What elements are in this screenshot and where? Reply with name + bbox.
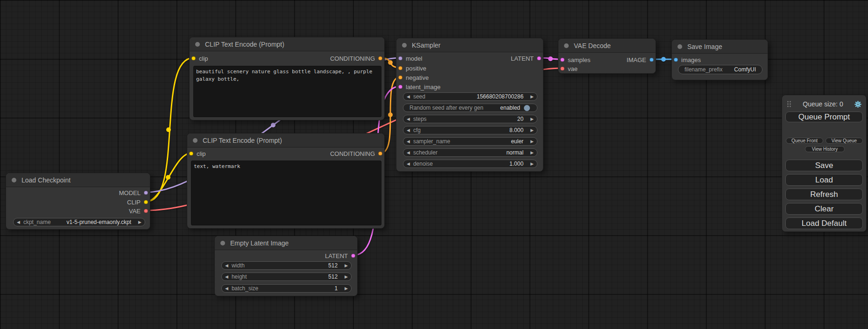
node-title-bar[interactable]: CLIP Text Encode (Prompt) bbox=[187, 133, 384, 147]
node-title-bar[interactable]: KSampler bbox=[396, 38, 543, 52]
scheduler-widget[interactable]: ◀ scheduler normal ▶ bbox=[403, 148, 537, 157]
model-input-slot[interactable] bbox=[398, 56, 402, 61]
refresh-button[interactable]: Refresh bbox=[785, 189, 863, 200]
width-widget[interactable]: ◀ width 512 ▶ bbox=[221, 261, 352, 270]
slot-label: images bbox=[681, 56, 701, 63]
clip-output-slot[interactable] bbox=[144, 200, 148, 204]
view-queue-button[interactable]: View Queue bbox=[826, 138, 863, 144]
increment-arrow-icon[interactable]: ▶ bbox=[341, 274, 351, 279]
filename-prefix-widget[interactable]: filename_prefix ComfyUI bbox=[678, 65, 762, 74]
collapse-dot-icon[interactable] bbox=[12, 178, 16, 182]
steps-widget[interactable]: ◀ steps 20 ▶ bbox=[403, 115, 537, 123]
increment-arrow-icon[interactable]: ▶ bbox=[341, 263, 351, 268]
slot-label: CONDITIONING bbox=[330, 150, 375, 157]
drag-handle-icon[interactable] bbox=[787, 100, 791, 108]
increment-arrow-icon[interactable]: ▶ bbox=[341, 286, 351, 291]
node-clip-text-encode-positive[interactable]: CLIP Text Encode (Prompt) clip CONDITION… bbox=[189, 37, 385, 120]
decrement-arrow-icon[interactable]: ◀ bbox=[403, 117, 413, 121]
clear-button[interactable]: Clear bbox=[785, 203, 863, 215]
vae-output-slot[interactable] bbox=[144, 209, 148, 213]
images-input-slot[interactable] bbox=[674, 58, 678, 62]
vae-input-slot[interactable] bbox=[560, 67, 565, 71]
conditioning-output-slot[interactable] bbox=[378, 56, 382, 61]
node-empty-latent-image[interactable]: Empty Latent Image LATENT ◀ width 512 ▶ … bbox=[214, 236, 358, 296]
node-clip-text-encode-negative[interactable]: CLIP Text Encode (Prompt) clip CONDITION… bbox=[187, 133, 385, 229]
latent-output-slot[interactable] bbox=[351, 254, 355, 258]
queue-size-label: Queue size: 0 bbox=[791, 100, 854, 108]
widget-value: 512 bbox=[328, 273, 341, 280]
settings-gear-icon[interactable] bbox=[854, 101, 861, 108]
widget-label: cfg bbox=[413, 127, 421, 133]
height-widget[interactable]: ◀ height 512 ▶ bbox=[221, 273, 352, 281]
node-title-bar[interactable]: Save Image bbox=[672, 40, 768, 54]
model-output-slot[interactable] bbox=[144, 191, 148, 195]
positive-prompt-textarea[interactable]: beautiful scenery nature glass bottle la… bbox=[193, 66, 381, 117]
node-title-bar[interactable]: CLIP Text Encode (Prompt) bbox=[190, 37, 384, 51]
decrement-arrow-icon[interactable]: ◀ bbox=[403, 161, 413, 166]
collapse-dot-icon[interactable] bbox=[193, 138, 198, 143]
increment-arrow-icon[interactable]: ▶ bbox=[527, 161, 537, 166]
sampler-name-widget[interactable]: ◀ sampler_name euler ▶ bbox=[403, 137, 537, 146]
node-save-image[interactable]: Save Image images filename_prefix ComfyU… bbox=[671, 39, 768, 80]
clip-input-slot[interactable] bbox=[191, 56, 196, 61]
node-title: VAE Decode bbox=[574, 42, 611, 49]
widget-value: euler bbox=[511, 138, 527, 145]
increment-arrow-icon[interactable]: ▶ bbox=[135, 220, 145, 224]
view-history-button[interactable]: View History bbox=[805, 146, 845, 152]
ckpt-name-widget[interactable]: ◀ ckpt_name v1-5-pruned-emaonly.ckpt ▶ bbox=[13, 218, 145, 226]
node-graph-canvas[interactable]: Load Checkpoint MODEL CLIP VAE ◀ ckpt_na… bbox=[0, 0, 868, 329]
increment-arrow-icon[interactable]: ▶ bbox=[527, 150, 537, 155]
queue-front-button[interactable]: Queue Front bbox=[786, 138, 823, 144]
collapse-dot-icon[interactable] bbox=[564, 43, 569, 48]
decrement-arrow-icon[interactable]: ◀ bbox=[222, 263, 232, 268]
decrement-arrow-icon[interactable]: ◀ bbox=[403, 150, 413, 155]
node-title-bar[interactable]: VAE Decode bbox=[558, 39, 656, 53]
latent-image-input-slot[interactable] bbox=[398, 85, 402, 89]
samples-input-slot[interactable] bbox=[560, 58, 565, 62]
load-button[interactable]: Load bbox=[785, 174, 863, 186]
node-vae-decode[interactable]: VAE Decode samples IMAGE vae bbox=[558, 38, 656, 74]
clip-input-slot[interactable] bbox=[189, 152, 193, 156]
slot-label: latent_image bbox=[406, 84, 440, 91]
toggle-dot-icon[interactable] bbox=[524, 105, 530, 111]
node-title-bar[interactable]: Empty Latent Image bbox=[215, 236, 357, 250]
batch-size-widget[interactable]: ◀ batch_size 1 ▶ bbox=[221, 284, 352, 293]
load-default-button[interactable]: Load Default bbox=[785, 217, 863, 229]
increment-arrow-icon[interactable]: ▶ bbox=[527, 128, 537, 133]
decrement-arrow-icon[interactable]: ◀ bbox=[222, 274, 232, 279]
decrement-arrow-icon[interactable]: ◀ bbox=[14, 220, 23, 224]
widget-label: Random seed after every gen bbox=[409, 105, 483, 111]
save-button[interactable]: Save bbox=[785, 160, 863, 171]
seed-widget[interactable]: ◀ seed 156680208700286 ▶ bbox=[403, 92, 537, 101]
widget-label: ckpt_name bbox=[23, 219, 51, 225]
collapse-dot-icon[interactable] bbox=[220, 241, 225, 245]
link-midpoint-dot bbox=[661, 57, 666, 62]
collapse-dot-icon[interactable] bbox=[402, 43, 407, 48]
widget-value: ComfyUI bbox=[734, 66, 756, 73]
increment-arrow-icon[interactable]: ▶ bbox=[527, 139, 537, 144]
decrement-arrow-icon[interactable]: ◀ bbox=[403, 139, 413, 144]
queue-prompt-button[interactable]: Queue Prompt bbox=[785, 112, 863, 122]
denoise-widget[interactable]: ◀ denoise 1.000 ▶ bbox=[403, 160, 537, 168]
random-seed-toggle-widget[interactable]: Random seed after every gen enabled bbox=[403, 104, 537, 112]
node-ksampler[interactable]: KSampler model LATENT positive negative … bbox=[396, 38, 543, 172]
positive-input-slot[interactable] bbox=[398, 66, 402, 70]
collapse-dot-icon[interactable] bbox=[195, 42, 200, 47]
increment-arrow-icon[interactable]: ▶ bbox=[527, 117, 537, 121]
increment-arrow-icon[interactable]: ▶ bbox=[527, 94, 537, 99]
collapse-dot-icon[interactable] bbox=[677, 44, 682, 49]
latent-output-slot[interactable] bbox=[537, 56, 541, 61]
negative-prompt-textarea[interactable]: text, watermark bbox=[191, 161, 381, 225]
slot-label: MODEL bbox=[119, 189, 141, 196]
decrement-arrow-icon[interactable]: ◀ bbox=[222, 286, 232, 291]
widget-label: scheduler bbox=[413, 149, 438, 156]
cfg-widget[interactable]: ◀ cfg 8.000 ▶ bbox=[403, 126, 537, 134]
widget-label: denoise bbox=[413, 161, 433, 167]
decrement-arrow-icon[interactable]: ◀ bbox=[403, 94, 413, 99]
decrement-arrow-icon[interactable]: ◀ bbox=[403, 128, 413, 133]
negative-input-slot[interactable] bbox=[398, 76, 402, 80]
node-load-checkpoint[interactable]: Load Checkpoint MODEL CLIP VAE ◀ ckpt_na… bbox=[6, 173, 150, 230]
conditioning-output-slot[interactable] bbox=[378, 152, 382, 156]
image-output-slot[interactable] bbox=[649, 58, 654, 62]
node-title-bar[interactable]: Load Checkpoint bbox=[6, 173, 150, 187]
